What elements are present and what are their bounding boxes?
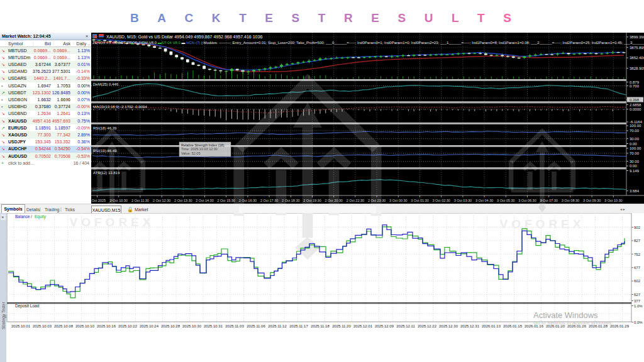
svg-text:2 Oct 17:30: 2 Oct 17:30 xyxy=(260,199,278,202)
svg-text:Time: 2025.10.03 12:30: Time: 2025.10.03 12:30 xyxy=(181,147,218,151)
svg-text:Relative Strength Index (18): Relative Strength Index (18) xyxy=(181,143,225,147)
svg-text:2025.10.16: 2025.10.16 xyxy=(97,324,116,328)
svg-text:2025.10.10: 2025.10.10 xyxy=(75,324,95,328)
svg-text:0.0000: 0.0000 xyxy=(630,107,641,111)
svg-text:Equity: Equity xyxy=(35,214,47,219)
svg-text:3 Oct 05:30: 3 Oct 05:30 xyxy=(497,199,514,202)
svg-text:2025.12.09: 2025.12.09 xyxy=(375,324,394,328)
svg-text:2 Oct 14:30: 2 Oct 14:30 xyxy=(196,199,213,202)
svg-text:0.00: 0.00 xyxy=(630,164,637,168)
svg-text:2025.12.01: 2025.12.01 xyxy=(353,324,373,328)
svg-text:ATR(12) 13.819: ATR(12) 13.819 xyxy=(93,171,120,175)
svg-text:2025.10.24: 2025.10.24 xyxy=(140,324,159,328)
svg-text:30.00: 30.00 xyxy=(630,160,640,163)
svg-text:MACD(13,18,9) -2.1702 -0.9094: MACD(13,18,9) -2.1702 -0.9094 xyxy=(93,105,147,109)
svg-text:Balance: Balance xyxy=(15,214,30,219)
svg-text:Value: 52.05: Value: 52.05 xyxy=(181,151,200,155)
svg-text:3 Oct 06:30: 3 Oct 06:30 xyxy=(518,199,536,202)
svg-text:0.00: 0.00 xyxy=(630,142,637,146)
svg-text:70.00: 70.00 xyxy=(630,151,640,155)
svg-text:2025.12.11: 2025.12.11 xyxy=(396,324,415,328)
svg-text:Deposit Load: Deposit Load xyxy=(15,304,40,309)
svg-text:2 Oct 11:30: 2 Oct 11:30 xyxy=(131,199,149,202)
svg-text:827: 827 xyxy=(634,239,641,243)
svg-text:2025.11.17: 2025.11.17 xyxy=(289,324,308,328)
svg-text:DeM(25) 0.446: DeM(25) 0.446 xyxy=(93,82,119,86)
svg-text:2025.10.08: 2025.10.08 xyxy=(54,324,74,328)
svg-text:RSI(19) 46.49: RSI(19) 46.49 xyxy=(93,149,117,153)
svg-text:3 Oct 08:30: 3 Oct 08:30 xyxy=(562,199,579,202)
svg-text:2 Oct 12:30: 2 Oct 12:30 xyxy=(153,199,170,202)
svg-text:2025.11.03: 2025.11.03 xyxy=(225,324,244,328)
svg-text:527: 527 xyxy=(634,293,641,297)
svg-text:3 Oct 03:30: 3 Oct 03:30 xyxy=(454,199,472,202)
svg-text:0.0%: 0.0% xyxy=(634,321,643,324)
svg-text:3 Oct 04:30: 3 Oct 04:30 xyxy=(475,199,493,202)
svg-text:2025.10.30: 2025.10.30 xyxy=(182,324,202,328)
svg-text:602: 602 xyxy=(634,279,641,283)
svg-text:3899.390: 3899.390 xyxy=(630,35,644,39)
svg-text:2025.12.30: 2025.12.30 xyxy=(439,324,458,328)
svg-text:2025.10.22: 2025.10.22 xyxy=(118,324,138,328)
svg-text:XAUUSD, M15: Gold vs US Dolla: XAUUSD, M15: Gold vs US Dollar 4954.049 … xyxy=(106,35,262,39)
svg-text:3852.400: 3852.400 xyxy=(630,56,644,60)
svg-text:2.6858: 2.6858 xyxy=(630,103,641,107)
svg-text:677: 677 xyxy=(634,266,641,270)
svg-text:2025.11.18: 2025.11.18 xyxy=(311,324,330,328)
svg-text:2025.11.12: 2025.11.12 xyxy=(268,324,287,328)
svg-text:3 Oct 09:30: 3 Oct 09:30 xyxy=(583,199,601,202)
svg-text:9.149: 9.149 xyxy=(630,169,640,173)
svg-text:2 Oct 2025: 2 Oct 2025 xyxy=(91,199,106,202)
svg-text:100.00: 100.00 xyxy=(630,124,641,128)
svg-text:2025.12.22: 2025.12.22 xyxy=(418,324,437,328)
svg-text:2026.01.13: 2026.01.13 xyxy=(482,324,501,328)
svg-text:0.700: 0.700 xyxy=(630,84,640,88)
svg-text:2 Oct 22:30: 2 Oct 22:30 xyxy=(347,199,364,202)
svg-text:2025.11.06: 2025.11.06 xyxy=(247,324,265,328)
svg-text:70.00: 70.00 xyxy=(630,129,640,133)
svg-text:2025.10.03: 2025.10.03 xyxy=(33,324,52,328)
svg-text:3 Oct 10:30: 3 Oct 10:30 xyxy=(604,199,622,202)
svg-text:3 Oct 01:30: 3 Oct 01:30 xyxy=(411,199,428,202)
svg-text:Strategy Tester: Strategy Tester xyxy=(1,302,6,329)
svg-text:902: 902 xyxy=(634,226,641,229)
svg-text:2 Oct 13:30: 2 Oct 13:30 xyxy=(174,199,192,202)
svg-text:100.00: 100.00 xyxy=(630,146,641,150)
svg-text:30.00: 30.00 xyxy=(630,137,640,141)
svg-text:ZENOX FX ROBOT PROP FIRM-V8.0: ZENOX FX ROBOT PROP FIRM-V8.0 ▬ST-04 V8.… xyxy=(92,41,644,45)
svg-text:2026.01.29: 2026.01.29 xyxy=(610,324,630,328)
svg-text:3 Oct 02:30: 3 Oct 02:30 xyxy=(432,199,450,202)
svg-text:2025.11.20: 2025.11.20 xyxy=(332,324,351,328)
svg-text:2 Oct 15:30: 2 Oct 15:30 xyxy=(217,199,235,202)
svg-text:2025.12.31: 2025.12.31 xyxy=(460,324,480,328)
svg-text:1.0%: 1.0% xyxy=(634,304,643,308)
svg-text:2025.10.28: 2025.10.28 xyxy=(161,324,180,328)
svg-text:VOFOREX: VOFOREX xyxy=(500,217,585,231)
svg-text:3.684: 3.684 xyxy=(630,189,640,193)
svg-text:377: 377 xyxy=(634,299,641,303)
svg-text:2025.10.31: 2025.10.31 xyxy=(204,324,223,328)
svg-text:0.398: 0.398 xyxy=(630,98,640,102)
svg-text:2026.01.15: 2026.01.15 xyxy=(503,324,523,328)
svg-text:VOFOREX: VOFOREX xyxy=(70,216,155,229)
svg-text:RSI(18) 46.39: RSI(18) 46.39 xyxy=(93,126,117,130)
svg-text:×: × xyxy=(1,215,4,219)
svg-text:3875.895: 3875.895 xyxy=(630,46,644,50)
svg-text:3 Oct 00:30: 3 Oct 00:30 xyxy=(389,199,407,202)
svg-text:752: 752 xyxy=(634,253,641,256)
svg-text:/: / xyxy=(31,214,32,219)
svg-text:2025.10.01: 2025.10.01 xyxy=(11,324,31,328)
svg-text:3828.905: 3828.905 xyxy=(630,67,644,70)
